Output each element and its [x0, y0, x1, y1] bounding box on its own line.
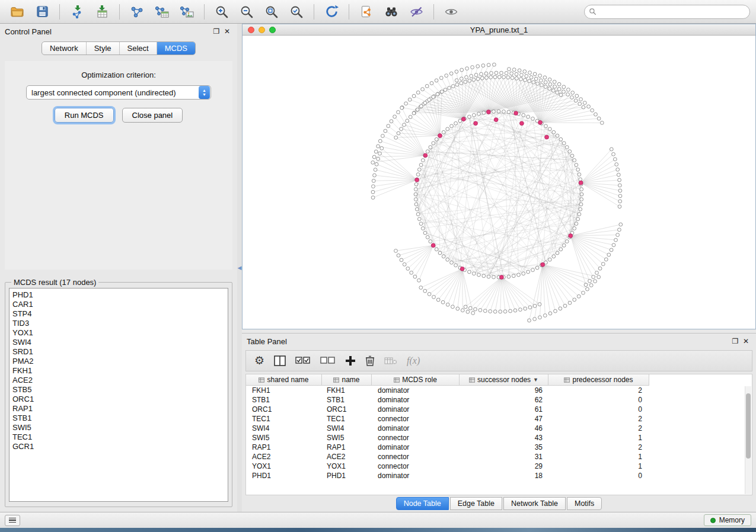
table-row[interactable]: ACE2ACE2connector311	[246, 452, 752, 462]
mcds-result-item[interactable]: PHD1	[12, 290, 225, 300]
table-row[interactable]: TEC1TEC1connector472	[246, 414, 752, 424]
delete-column-icon[interactable]	[365, 353, 375, 368]
mcds-result-item[interactable]: FKH1	[12, 366, 225, 376]
tab-network-table[interactable]: Network Table	[503, 497, 566, 510]
close-panel-icon[interactable]: ✕	[741, 337, 751, 345]
memory-status-dot-icon	[710, 518, 716, 523]
mcds-result-item[interactable]: ORC1	[12, 395, 225, 404]
table-row[interactable]: SWI5SWI5connector431	[246, 433, 752, 443]
new-network-table-button[interactable]	[151, 2, 173, 21]
table-row[interactable]: RAP1RAP1dominator352	[246, 443, 752, 452]
mcds-result-item[interactable]: STB1	[12, 414, 225, 423]
float-window-icon[interactable]: ❐	[730, 337, 741, 345]
table-panel-title: Table Panel	[247, 337, 287, 346]
mcds-result-item[interactable]: STP4	[12, 309, 225, 319]
zoom-out-button[interactable]	[235, 2, 258, 21]
deselect-all-rows-icon[interactable]	[320, 353, 336, 368]
zoom-fit-button[interactable]	[260, 2, 283, 21]
table-row[interactable]: FKH1FKH1dominator962	[246, 386, 752, 395]
scrollbar-thumb[interactable]	[746, 393, 751, 459]
share-document-icon	[359, 5, 374, 19]
tab-node-table[interactable]: Node Table	[396, 497, 449, 510]
network-window-titlebar[interactable]: YPA_prune.txt_1	[243, 24, 755, 36]
status-bar: Memory	[0, 512, 756, 528]
share-document-button[interactable]	[355, 2, 378, 21]
mcds-result-item[interactable]: STB5	[12, 385, 225, 395]
tab-select[interactable]: Select	[119, 42, 157, 55]
search-network-button[interactable]	[380, 2, 403, 21]
table-cell: TEC1	[246, 414, 322, 424]
float-window-icon[interactable]: ❐	[211, 27, 222, 36]
table-row[interactable]: SWI4SWI4dominator462	[246, 424, 752, 433]
table-cell: TEC1	[322, 414, 372, 424]
mcds-result-item[interactable]: RAP1	[12, 404, 225, 414]
table-row[interactable]: ORC1ORC1dominator610	[246, 405, 752, 414]
table-cell: 61	[460, 405, 548, 414]
table-settings-gear-icon[interactable]: ⚙	[254, 353, 264, 368]
add-column-icon[interactable]	[345, 353, 356, 368]
table-cell: ACE2	[322, 452, 372, 462]
tab-style[interactable]: Style	[86, 42, 119, 55]
panel-splitter[interactable]: ◀	[237, 24, 242, 512]
network-canvas[interactable]	[243, 36, 755, 329]
list-icon	[9, 517, 16, 524]
column-header-successor-nodes[interactable]: successor nodes ▼	[460, 374, 548, 385]
refresh-button[interactable]	[320, 2, 343, 21]
select-all-rows-icon[interactable]	[295, 353, 311, 368]
column-header-name[interactable]: name	[322, 374, 372, 385]
import-table-from-file-button[interactable]	[91, 2, 113, 21]
mcds-result-list[interactable]: PHD1CAR1STP4TID3YOX1SWI4SRD1PMA2FKH1ACE2…	[9, 288, 228, 502]
function-builder-button[interactable]: f(x)	[407, 353, 420, 368]
table-vertical-scrollbar[interactable]	[745, 386, 751, 494]
mcds-result-item[interactable]: TEC1	[12, 432, 225, 442]
column-header-shared-name[interactable]: shared name	[246, 374, 322, 385]
mcds-result-item[interactable]: PMA2	[12, 357, 225, 366]
save-session-button[interactable]	[31, 2, 53, 21]
mcds-result-item[interactable]: SRD1	[12, 347, 225, 357]
show-columns-icon[interactable]	[274, 353, 286, 368]
zoom-in-button[interactable]	[210, 2, 233, 21]
collapse-arrow-icon[interactable]: ◀	[238, 265, 242, 271]
mcds-result-item[interactable]: YOX1	[12, 328, 225, 338]
table-cell: connector	[372, 452, 460, 462]
new-network-icon	[130, 5, 144, 19]
table-row[interactable]: STB1STB1dominator620	[246, 395, 752, 405]
import-table-file-icon	[95, 5, 109, 19]
search-input[interactable]	[584, 5, 750, 19]
mcds-result-item[interactable]: SWI4	[12, 338, 225, 347]
column-type-icon	[564, 377, 570, 383]
zoom-selected-button[interactable]	[285, 2, 308, 21]
show-hide-button[interactable]	[440, 2, 462, 21]
memory-button[interactable]: Memory	[704, 514, 751, 526]
column-type-icon	[333, 377, 339, 383]
open-session-button[interactable]	[6, 2, 28, 21]
zoom-selected-icon	[289, 5, 304, 19]
tab-motifs[interactable]: Motifs	[567, 497, 602, 510]
criterion-select[interactable]: largest connected component (undirected)…	[26, 85, 211, 100]
close-panel-button[interactable]: Close panel	[122, 108, 183, 123]
table-row[interactable]: PHD1PHD1dominator180	[246, 471, 752, 480]
mcds-result-item[interactable]: TID3	[12, 319, 225, 328]
select-stepper-icon: ▲▼	[199, 86, 210, 99]
mcds-result-item[interactable]: ACE2	[12, 376, 225, 385]
close-panel-icon[interactable]: ✕	[222, 27, 232, 36]
table-cell: 2	[548, 443, 649, 452]
column-header-mcds-role[interactable]: MCDS role	[372, 374, 460, 385]
table-row[interactable]: YOX1YOX1connector291	[246, 462, 752, 471]
task-history-button[interactable]	[5, 515, 20, 526]
table-cell: 0	[548, 395, 649, 405]
column-header-predecessor-nodes[interactable]: predecessor nodes	[548, 374, 649, 385]
paint-style-button[interactable]	[405, 2, 428, 21]
tab-edge-table[interactable]: Edge Table	[450, 497, 502, 510]
run-mcds-button[interactable]: Run MCDS	[55, 108, 114, 123]
mcds-result-item[interactable]: GCR1	[12, 442, 225, 451]
tab-network[interactable]: Network	[42, 42, 86, 55]
mcds-result-item[interactable]: SWI5	[12, 423, 225, 432]
tab-mcds[interactable]: MCDS	[157, 42, 195, 55]
mcds-result-item[interactable]: CAR1	[12, 300, 225, 309]
new-network-button[interactable]	[126, 2, 148, 21]
export-image-button[interactable]	[176, 2, 198, 21]
import-network-from-file-button[interactable]	[66, 2, 88, 21]
zoom-in-icon	[215, 5, 229, 19]
clear-table-icon[interactable]	[384, 353, 397, 368]
